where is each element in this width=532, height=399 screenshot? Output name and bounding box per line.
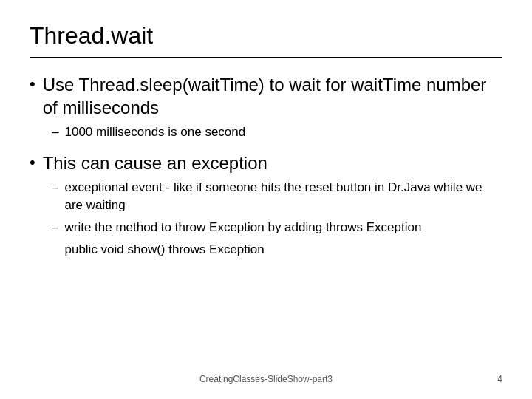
bullet-item-1: • Use Thread.sleep(waitTime) to wait for… — [30, 73, 502, 141]
bullet-text-1: Use Thread.sleep(waitTime) to wait for w… — [43, 73, 502, 119]
bullet-dot-2: • — [30, 153, 35, 172]
sub-bullet-2-2: – write the method to throw Exception by… — [52, 219, 502, 236]
sub-bullet-2-1: – exceptional event - like if someone hi… — [52, 179, 502, 214]
slide-content: • Use Thread.sleep(waitTime) to wait for… — [30, 73, 502, 366]
bullet-main-2: • This can cause an exception — [30, 151, 502, 174]
sub-bullet-2-3: – public void show() throws Exception — [52, 241, 502, 259]
sub-bullet-dash-2-2: – — [52, 219, 58, 236]
sub-bullet-text-2-2: write the method to throw Exception by a… — [64, 219, 421, 236]
sub-bullets-1: – 1000 milliseconds is one second — [52, 123, 502, 141]
sub-bullets-2: – exceptional event - like if someone hi… — [52, 179, 502, 258]
slide: Thread.wait • Use Thread.sleep(waitTime)… — [0, 0, 532, 399]
sub-bullet-text-1-1: 1000 milliseconds is one second — [64, 123, 245, 141]
bullet-text-2: This can cause an exception — [43, 151, 267, 174]
sub-bullet-dash-2-1: – — [52, 179, 58, 197]
footer-source: CreatingClasses-SlideShow-part3 — [200, 374, 332, 384]
slide-footer: CreatingClasses-SlideShow-part3 4 — [30, 366, 502, 384]
bullet-main-1: • Use Thread.sleep(waitTime) to wait for… — [30, 73, 502, 119]
bullet-item-2: • This can cause an exception – exceptio… — [30, 151, 502, 258]
sub-bullet-text-2-1: exceptional event - like if someone hits… — [64, 179, 502, 214]
sub-bullet-dash-1-1: – — [52, 123, 58, 141]
bullet-dot-1: • — [30, 75, 35, 94]
slide-title: Thread.wait — [30, 22, 502, 58]
footer-page: 4 — [497, 374, 502, 384]
sub-bullet-1-1: – 1000 milliseconds is one second — [52, 123, 502, 141]
sub-bullet-text-2-3: public void show() throws Exception — [64, 241, 264, 259]
